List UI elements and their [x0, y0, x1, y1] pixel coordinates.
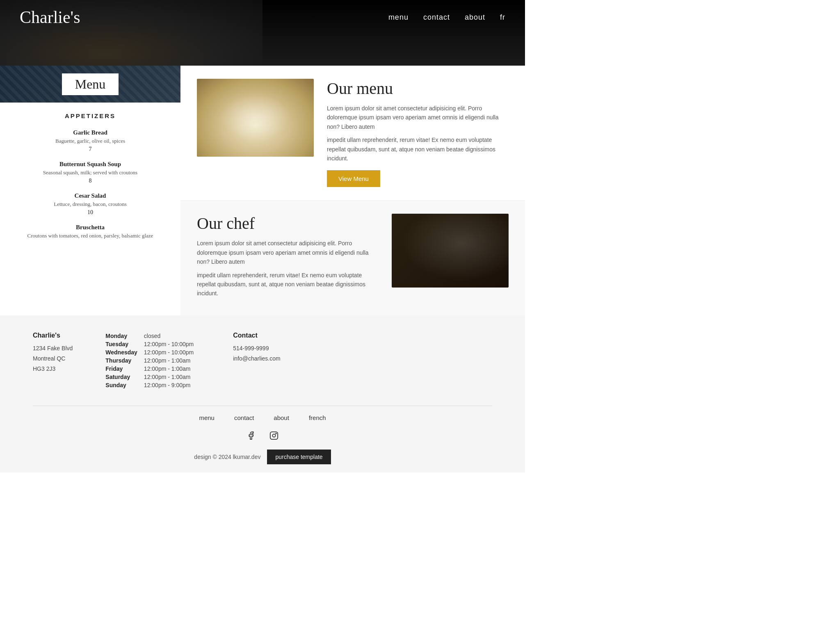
hours-time: 12:00pm - 1:00am — [144, 373, 200, 381]
menu-item: Garlic Bread Baguette, garlic, olive oil… — [13, 129, 167, 153]
menu-item-desc: Croutons with tomatoes, red onion, parsl… — [13, 233, 167, 239]
chef-text: Our chef Lorem ipsum dolor sit amet cons… — [197, 214, 379, 302]
hours-day: Sunday — [105, 381, 144, 389]
hours-table: Monday closed Tuesday 12:00pm - 10:00pm … — [105, 332, 200, 389]
site-logo[interactable]: Charlie's — [20, 7, 80, 27]
hours-day: Saturday — [105, 373, 144, 381]
hours-time: 12:00pm - 10:00pm — [144, 340, 200, 348]
our-menu-body1: Lorem ipsum dolor sit amet consectetur a… — [327, 104, 509, 131]
nav-item-about[interactable]: about — [465, 13, 485, 22]
menu-item: Butternut Squash Soup Seasonal squash, m… — [13, 161, 167, 184]
nav-item-contact[interactable]: contact — [423, 13, 450, 22]
footer-nav-link-menu[interactable]: menu — [199, 414, 215, 421]
menu-title-box: Menu — [62, 73, 119, 95]
menu-item-name: Garlic Bread — [13, 129, 167, 136]
our-chef-body1: Lorem ipsum dolor sit amet consectetur a… — [197, 239, 379, 266]
nav-link-contact[interactable]: contact — [423, 13, 450, 21]
our-chef-section: Our chef Lorem ipsum dolor sit amet cons… — [180, 201, 525, 315]
footer-social — [33, 430, 492, 441]
menu-content: APPETIZERS Garlic Bread Baguette, garlic… — [0, 103, 180, 257]
footer-top: Charlie's 1234 Fake Blvd Montreal QC HG3… — [33, 332, 492, 389]
menu-item-desc: Lettuce, dressing, bacon, croutons — [13, 201, 167, 208]
menu-panel: Menu APPETIZERS Garlic Bread Baguette, g… — [0, 66, 180, 315]
footer-nav-link-contact[interactable]: contact — [234, 414, 254, 421]
footer-contact-heading: Contact — [233, 332, 280, 339]
purchase-template-button[interactable]: purchase template — [267, 450, 331, 464]
our-chef-heading: Our chef — [197, 214, 379, 233]
hours-time: 12:00pm - 1:00am — [144, 365, 200, 373]
our-chef-body2: impedit ullam reprehenderit, rerum vitae… — [197, 271, 379, 298]
menu-item-price: 8 — [13, 178, 167, 184]
hours-time: 12:00pm - 10:00pm — [144, 348, 200, 356]
nav-link-menu[interactable]: menu — [388, 13, 409, 21]
menu-item-name: Butternut Squash Soup — [13, 161, 167, 168]
credit-text: design © 2024 lkumar.dev — [194, 454, 260, 460]
footer-nav-link-french[interactable]: french — [309, 414, 326, 421]
menu-panel-header: Menu — [0, 66, 180, 103]
footer-credit: design © 2024 lkumar.dev purchase templa… — [33, 450, 492, 464]
menu-item: Cesar Salad Lettuce, dressing, bacon, cr… — [13, 192, 167, 216]
instagram-icon[interactable] — [268, 430, 280, 441]
menu-food-image — [197, 79, 314, 157]
footer-address-line2: Montreal QC — [33, 355, 65, 362]
menu-item-desc: Seasonal squash, milk; served with crout… — [13, 169, 167, 176]
page-container: Charlie's menu contact about fr — [0, 0, 525, 472]
menu-item-name: Bruschetta — [13, 224, 167, 231]
footer-nav-item-menu[interactable]: menu — [199, 414, 215, 422]
footer-nav-link-about[interactable]: about — [274, 414, 289, 421]
main-nav: Charlie's menu contact about fr — [0, 0, 525, 34]
svg-point-2 — [276, 433, 276, 434]
hours-row-saturday: Saturday 12:00pm - 1:00am — [105, 373, 200, 381]
nav-link-fr[interactable]: fr — [500, 13, 505, 21]
hours-day: Monday — [105, 332, 144, 340]
hours-day: Friday — [105, 365, 144, 373]
footer: Charlie's 1234 Fake Blvd Montreal QC HG3… — [0, 315, 525, 472]
nav-item-menu[interactable]: menu — [388, 13, 409, 22]
food-image-sim — [197, 79, 314, 157]
footer-nav-item-contact[interactable]: contact — [234, 414, 254, 422]
hours-day: Thursday — [105, 356, 144, 365]
facebook-icon[interactable] — [245, 430, 257, 441]
footer-nav: menu contact about french — [33, 414, 492, 422]
menu-section-label: APPETIZERS — [13, 112, 167, 119]
menu-item: Bruschetta Croutons with tomatoes, red o… — [13, 224, 167, 239]
menu-panel-title: Menu — [75, 77, 106, 91]
footer-address: Charlie's 1234 Fake Blvd Montreal QC HG3… — [33, 332, 73, 389]
menu-item-price: 10 — [13, 209, 167, 216]
hours-row-tuesday: Tuesday 12:00pm - 10:00pm — [105, 340, 200, 348]
hours-day: Wednesday — [105, 348, 144, 356]
hours-row-monday: Monday closed — [105, 332, 200, 340]
our-menu-body2: impedit ullam reprehenderit, rerum vitae… — [327, 135, 509, 163]
footer-email: info@charlies.com — [233, 355, 280, 362]
footer-address-name: Charlie's — [33, 332, 73, 339]
view-menu-button[interactable]: View Menu — [327, 170, 380, 187]
hours-time: 12:00pm - 1:00am — [144, 356, 200, 365]
nav-link-about[interactable]: about — [465, 13, 485, 21]
hours-row-sunday: Sunday 12:00pm - 9:00pm — [105, 381, 200, 389]
hours-row-friday: Friday 12:00pm - 1:00am — [105, 365, 200, 373]
footer-phone: 514-999-9999 — [233, 345, 269, 352]
footer-hours: Monday closed Tuesday 12:00pm - 10:00pm … — [105, 332, 200, 389]
hours-time: 12:00pm - 9:00pm — [144, 381, 200, 389]
footer-contact: Contact 514-999-9999 info@charlies.com — [233, 332, 280, 389]
svg-rect-0 — [270, 432, 278, 439]
footer-nav-item-about[interactable]: about — [274, 414, 289, 422]
our-menu-section: Our menu Lorem ipsum dolor sit amet cons… — [180, 66, 525, 201]
menu-item-desc: Baguette, garlic, olive oil, spices — [13, 138, 167, 144]
footer-bottom: menu contact about french — [33, 406, 492, 464]
hours-row-wednesday: Wednesday 12:00pm - 10:00pm — [105, 348, 200, 356]
our-menu-heading: Our menu — [327, 79, 509, 98]
footer-address-line1: 1234 Fake Blvd — [33, 345, 73, 352]
nav-links: menu contact about fr — [388, 13, 505, 22]
hero-section: Charlie's menu contact about fr — [0, 0, 525, 66]
our-menu-text: Our menu Lorem ipsum dolor sit amet cons… — [327, 79, 509, 187]
chef-image — [392, 214, 509, 288]
menu-item-price: 7 — [13, 146, 167, 153]
main-split: Menu APPETIZERS Garlic Bread Baguette, g… — [0, 66, 525, 315]
hours-time: closed — [144, 332, 200, 340]
chef-image-sim — [392, 214, 509, 288]
footer-nav-item-french[interactable]: french — [309, 414, 326, 422]
nav-item-fr[interactable]: fr — [500, 13, 505, 22]
right-content: Our menu Lorem ipsum dolor sit amet cons… — [180, 66, 525, 315]
svg-point-1 — [272, 434, 275, 437]
